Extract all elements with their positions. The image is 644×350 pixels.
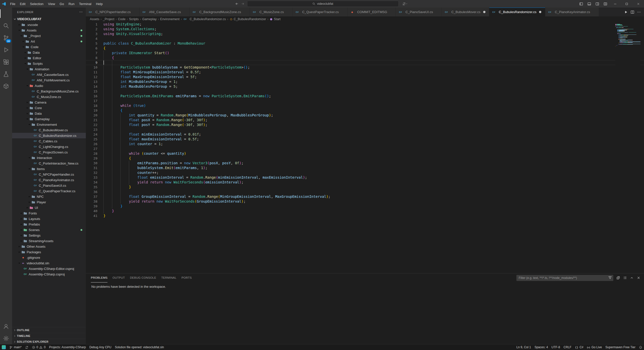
code-line-7[interactable]: 7 private IEnumerator Start() [86, 51, 644, 55]
code-line-35[interactable]: 35 } [86, 185, 644, 189]
tree-item-layouts[interactable]: Layouts [12, 216, 86, 221]
tree-item-c-pianosaveui-cs[interactable]: C#C_PianoSaveUI.cs [12, 183, 86, 188]
tree-item-streamingassets[interactable]: StreamingAssets [12, 238, 86, 244]
maximize-button[interactable] [621, 0, 632, 8]
menu-view[interactable]: View [46, 0, 57, 8]
menu-selection[interactable]: Selection [28, 0, 46, 8]
code-line-6[interactable]: 6{ [86, 46, 644, 51]
toggle-secondary-sidebar-button[interactable] [593, 0, 601, 8]
code-line-29[interactable]: 29 { [86, 156, 644, 161]
modified-dot[interactable] [538, 10, 543, 14]
tree-item-assets[interactable]: Assets [12, 27, 86, 33]
status-debug-configuration[interactable]: Debug Any CPU [88, 344, 113, 350]
activitybar-accounts[interactable] [0, 320, 12, 332]
activitybar-solution-explorer[interactable] [0, 80, 12, 92]
code-line-2[interactable]: 2using System.Collections; [86, 27, 644, 31]
tree-item-environement[interactable]: Environement [12, 122, 86, 127]
code-line-14[interactable]: 14 int MaxBubblesPerGroup = 5; [86, 84, 644, 89]
collapse-all-button[interactable] [616, 276, 620, 280]
status-eol[interactable]: CRLF [562, 344, 573, 350]
tree-item-gameplay[interactable]: Gameplay [12, 116, 86, 122]
menu-edit[interactable]: Edit [18, 0, 28, 8]
tree-item-animation[interactable]: Animation [12, 66, 86, 72]
code-line-16[interactable]: 16 ParticleSystem.EmitParams emitParams … [86, 94, 644, 99]
code-line-19[interactable]: 19 { [86, 108, 644, 113]
breadcrumb-code[interactable]: Code [118, 17, 126, 21]
activitybar-run-and-debug[interactable] [0, 44, 12, 56]
code-line-31[interactable]: 31 bubbleSystem.Emit(emitParams, 1); [86, 166, 644, 170]
tree-item-c-cables-cs[interactable]: C#C_Cables.cs [12, 138, 86, 144]
code-line-32[interactable]: 32 counter++; [86, 170, 644, 175]
tree-item-vscode[interactable]: .vscode [12, 22, 86, 27]
minimize-button[interactable] [609, 0, 621, 8]
code-line-30[interactable]: 30 emitParams.position = new Vector3(pos… [86, 161, 644, 166]
panel-tab-output[interactable]: OUTPUT [112, 273, 125, 282]
section-timeline[interactable]: TIMELINE [12, 333, 86, 339]
tab-c-pianokeyanimator-cs[interactable]: C#C_PianoKeyAnimator.cs [545, 8, 599, 16]
code-line-40[interactable]: 40 } [86, 209, 644, 213]
status-sync-changes[interactable] [23, 344, 30, 350]
tree-item-c-lightchanging-cs[interactable]: C#C_LightChanging.cs [12, 144, 86, 149]
panel-tab-problems[interactable]: PROBLEMS [91, 273, 107, 282]
tree-item-project[interactable]: _Project [12, 33, 86, 39]
menu-go[interactable]: Go [57, 0, 66, 8]
customize-layout-button[interactable] [601, 0, 609, 8]
tree-item-c-npcpaperhandler-cs[interactable]: C#C_NPCPaperHandler.cs [12, 172, 86, 177]
tab-c-npcpaperhandler-cs[interactable]: C#C_NPCPaperHandler.cs [86, 8, 139, 16]
tree-item-data[interactable]: Data [12, 50, 86, 55]
tab-c-questpapertracker-cs[interactable]: C#C_QuestPaperTracker.cs [293, 8, 348, 16]
tree-item-prefabs[interactable]: Prefabs [12, 221, 86, 227]
code-editor[interactable]: 1using UnityEngine;2using System.Collect… [86, 22, 644, 273]
code-line-12[interactable]: 12 float MaxGroupEmissionInterval = 5f; [86, 75, 644, 79]
tab-commit-editmsg[interactable]: ◆COMMIT_EDITMSG [348, 8, 396, 16]
maximize-panel-button[interactable] [630, 276, 634, 280]
tree-item-c-pianokeyanimator-cs[interactable]: C#C_PianoKeyAnimator.cs [12, 177, 86, 183]
menu-file[interactable]: File [8, 0, 18, 8]
tab-c-musiczone-cs[interactable]: C#C_MusicZone.cs [250, 8, 293, 16]
tree-item-gitignore[interactable]: ◆.gitignore [12, 255, 86, 260]
problems-filter-input[interactable] [516, 275, 613, 281]
code-line-11[interactable]: 11 float MinGroupEmissionInterval = 0.5f… [86, 70, 644, 75]
tree-item-code[interactable]: Code [12, 44, 86, 50]
status-encoding[interactable]: UTF-8 [550, 344, 562, 350]
status-cursor-position[interactable]: Ln 9, Col 1 [515, 344, 533, 350]
tree-item-interaction[interactable]: Interaction [12, 155, 86, 161]
menu-help[interactable]: Help [94, 0, 105, 8]
code-line-22[interactable]: 22 float posY = Random.Range(-30f, 30f); [86, 122, 644, 127]
code-line-1[interactable]: 1using UnityEngine; [86, 22, 644, 27]
modified-dot[interactable] [482, 10, 486, 14]
code-line-10[interactable]: 10 ParticleSystem bubbleSystem = GetComp… [86, 65, 644, 70]
breadcrumb-file[interactable]: C#C_BubulesRandomizer.cs [183, 17, 226, 21]
tree-item-c-questpapertracker-cs[interactable]: C#C_QuestPaperTracker.cs [12, 188, 86, 194]
forward-icon[interactable] [241, 2, 245, 6]
tree-item-c-musiczone-cs[interactable]: C#C_MusicZone.cs [12, 94, 86, 100]
editor-scrollbar[interactable] [640, 22, 644, 273]
status-solution-status[interactable]: Solution file opened: videoclubfat.sln [113, 344, 166, 350]
code-line-13[interactable]: 13 int MinBubblesPerGroup = 1; [86, 79, 644, 84]
tree-item-camera[interactable]: Camera [12, 100, 86, 105]
code-line-5[interactable]: 5public class C_BubulesRandomizer : Mono… [86, 41, 644, 46]
tree-item-assembly-csharp-csproj[interactable]: C#Assembly-CSharp.csproj [12, 271, 86, 277]
code-line-38[interactable]: 38 yield return new WaitForSeconds(Group… [86, 199, 644, 204]
tree-item-items[interactable]: Items [12, 166, 86, 172]
breadcrumb-gameplay[interactable]: Gameplay [142, 17, 157, 21]
minimap[interactable] [615, 22, 640, 273]
menu-run[interactable]: Run [66, 0, 77, 8]
panel-tab-terminal[interactable]: TERMINAL [161, 273, 177, 282]
tab-c-pianosaveui-cs[interactable]: C#C_PianoSaveUI.cs [396, 8, 442, 16]
status-supermaven[interactable]: Supermaven Free Tier [604, 344, 637, 350]
view-as-table-button[interactable] [623, 276, 627, 280]
tree-item-npc[interactable]: NPC [12, 194, 86, 199]
tab-ani-cassettesave-cs[interactable]: C#ANI_CassetteSave.cs [139, 8, 190, 16]
code-line-15[interactable]: 15 [86, 89, 644, 94]
tree-item-c-backgroundmusiczone-cs[interactable]: C#C_BackgroundMusicZone.cs [12, 88, 86, 94]
tree-item-player[interactable]: Player [12, 199, 86, 205]
tree-item-packages[interactable]: Packages [12, 249, 86, 255]
panel-tab-debug-console[interactable]: DEBUG CONSOLE [130, 273, 156, 282]
code-line-20[interactable]: 20 int quantity = Random.Range(MinBubble… [86, 113, 644, 118]
section-outline[interactable]: OUTLINE [12, 327, 86, 333]
tab-c-bubulesmover-cs[interactable]: C#C_BubulesMover.cs [442, 8, 489, 16]
code-line-3[interactable]: 3using Unity.VisualScripting; [86, 31, 644, 36]
status-remote-indicator[interactable] [0, 344, 8, 350]
code-line-39[interactable]: 39 } [86, 204, 644, 209]
